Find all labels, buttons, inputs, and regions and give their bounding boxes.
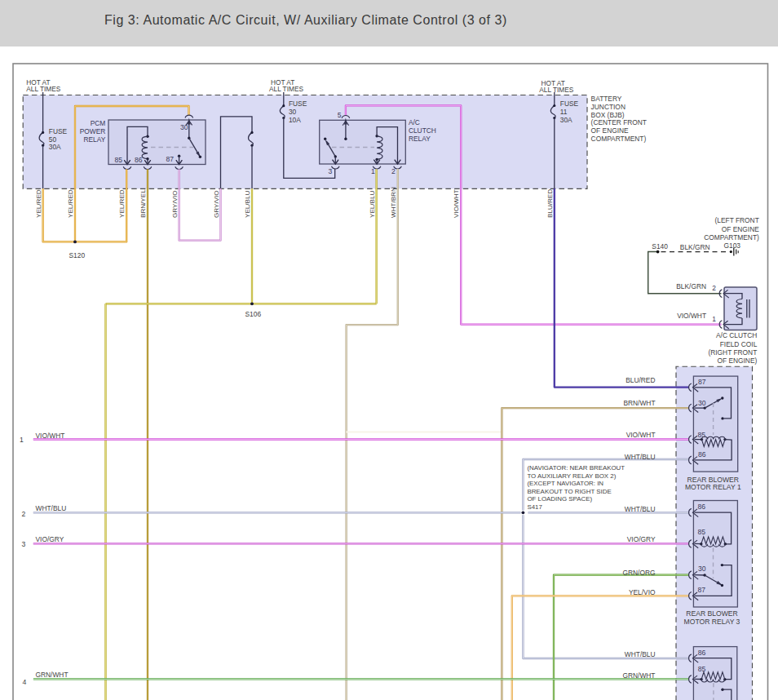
svg-text:G103: G103 xyxy=(724,241,741,250)
svg-text:BLK/GRN: BLK/GRN xyxy=(676,282,706,290)
svg-text:VIO/WHT: VIO/WHT xyxy=(677,312,706,320)
svg-text:VIO/GRY: VIO/GRY xyxy=(36,535,64,543)
svg-text:S417: S417 xyxy=(527,503,542,511)
svg-text:VIO/WHT: VIO/WHT xyxy=(453,189,460,218)
svg-text:GRY/VIO: GRY/VIO xyxy=(213,190,220,218)
svg-text:WHT/BLU: WHT/BLU xyxy=(625,453,656,461)
svg-text:JUNCTION: JUNCTION xyxy=(591,103,625,111)
svg-text:COMPARTMENT): COMPARTMENT) xyxy=(591,135,647,143)
svg-text:GRY/VIO: GRY/VIO xyxy=(171,190,179,218)
svg-text:S120: S120 xyxy=(69,251,86,259)
svg-text:MOTOR RELAY 3: MOTOR RELAY 3 xyxy=(684,618,740,626)
svg-text:(EXCEPT NAVIGATOR: IN: (EXCEPT NAVIGATOR: IN xyxy=(527,480,603,487)
svg-text:BRN/WHT: BRN/WHT xyxy=(623,399,655,407)
svg-text:WHT/BLU: WHT/BLU xyxy=(36,504,67,512)
svg-text:30: 30 xyxy=(289,108,297,116)
svg-text:OF ENGINE): OF ENGINE) xyxy=(717,357,757,365)
svg-text:ALL TIMES: ALL TIMES xyxy=(269,85,303,93)
svg-text:RELAY: RELAY xyxy=(409,135,431,143)
svg-text:GRN/WHT: GRN/WHT xyxy=(622,671,655,680)
svg-text:86: 86 xyxy=(135,156,143,164)
svg-text:30: 30 xyxy=(698,565,706,573)
svg-text:WHT/BLU: WHT/BLU xyxy=(625,505,656,513)
svg-text:1: 1 xyxy=(712,315,716,323)
svg-text:GRN/WHT: GRN/WHT xyxy=(36,671,69,679)
svg-text:11: 11 xyxy=(560,108,568,116)
svg-text:OF ENGINE: OF ENGINE xyxy=(591,126,629,135)
svg-text:COMPARTMENT): COMPARTMENT) xyxy=(704,233,759,241)
svg-text:FUSE: FUSE xyxy=(49,127,68,135)
svg-text:YEL/RED: YEL/RED xyxy=(67,189,74,218)
svg-text:86: 86 xyxy=(698,503,706,511)
svg-text:FIELD COIL: FIELD COIL xyxy=(720,340,758,348)
svg-text:PCM: PCM xyxy=(91,119,106,127)
svg-text:TO AUXILIARY RELAY BOX 2): TO AUXILIARY RELAY BOX 2) xyxy=(527,472,616,480)
svg-text:Fig 3: Automatic A/C Circuit,: Fig 3: Automatic A/C Circuit, W/ Auxilia… xyxy=(104,13,507,27)
svg-text:85: 85 xyxy=(698,665,706,673)
svg-text:YEL/BLU: YEL/BLU xyxy=(244,191,251,218)
svg-text:86: 86 xyxy=(698,450,706,459)
svg-text:30: 30 xyxy=(698,399,706,407)
svg-text:3: 3 xyxy=(22,540,26,548)
svg-text:MOTOR RELAY 1: MOTOR RELAY 1 xyxy=(685,483,741,491)
svg-text:S106: S106 xyxy=(245,310,262,318)
svg-text:FUSE: FUSE xyxy=(560,100,579,108)
svg-text:30A: 30A xyxy=(49,143,61,151)
svg-text:BRN/YEL: BRN/YEL xyxy=(139,189,147,218)
svg-text:85: 85 xyxy=(698,431,706,439)
svg-text:30A: 30A xyxy=(560,116,572,124)
svg-text:WHT/BRN: WHT/BRN xyxy=(390,187,397,218)
svg-text:1: 1 xyxy=(20,436,24,444)
svg-text:CLUTCH: CLUTCH xyxy=(409,126,436,135)
svg-text:BLK/GRN: BLK/GRN xyxy=(680,243,710,251)
svg-text:WHT/BLU: WHT/BLU xyxy=(625,650,656,658)
svg-text:85: 85 xyxy=(114,156,122,164)
svg-text:(CENTER FRONT: (CENTER FRONT xyxy=(591,118,647,126)
svg-text:BLU/RED: BLU/RED xyxy=(546,189,554,218)
svg-text:GRN/ORG: GRN/ORG xyxy=(622,569,655,577)
svg-text:VIO/WHT: VIO/WHT xyxy=(36,432,65,440)
svg-text:YEL/RED: YEL/RED xyxy=(118,189,126,218)
svg-text:POWER: POWER xyxy=(80,127,106,135)
svg-text:30: 30 xyxy=(180,123,188,131)
svg-text:REAR BLOWER: REAR BLOWER xyxy=(686,609,738,618)
svg-text:10A: 10A xyxy=(289,116,301,124)
svg-text:YEL/RED: YEL/RED xyxy=(35,189,42,218)
svg-text:FUSE: FUSE xyxy=(289,100,307,108)
svg-text:2: 2 xyxy=(391,167,396,175)
svg-text:87: 87 xyxy=(698,378,706,386)
svg-text:86: 86 xyxy=(698,649,706,657)
svg-text:(NAVIGATOR: NEAR BREAKOUT: (NAVIGATOR: NEAR BREAKOUT xyxy=(527,464,625,472)
svg-text:2: 2 xyxy=(22,510,26,518)
svg-text:A/C CLUTCH: A/C CLUTCH xyxy=(716,331,757,339)
svg-text:BOX (BJB): BOX (BJB) xyxy=(591,111,625,119)
svg-text:(LEFT FRONT: (LEFT FRONT xyxy=(715,216,759,224)
svg-text:BATTERY: BATTERY xyxy=(591,95,622,103)
svg-text:1: 1 xyxy=(371,167,375,175)
svg-text:BREAKOUT TO RIGHT SIDE: BREAKOUT TO RIGHT SIDE xyxy=(527,488,611,495)
svg-text:3: 3 xyxy=(329,167,333,175)
svg-text:S140: S140 xyxy=(652,242,668,250)
svg-text:OF ENGINE: OF ENGINE xyxy=(722,225,759,233)
svg-text:2: 2 xyxy=(712,284,716,292)
svg-text:BLU/RED: BLU/RED xyxy=(625,376,655,384)
svg-text:50: 50 xyxy=(49,135,57,144)
svg-text:85: 85 xyxy=(698,528,706,536)
svg-text:A/C: A/C xyxy=(409,118,420,126)
svg-text:VIO/WHT: VIO/WHT xyxy=(626,431,656,439)
svg-text:5: 5 xyxy=(338,111,342,119)
svg-text:87: 87 xyxy=(166,155,174,163)
svg-text:4: 4 xyxy=(23,678,27,686)
svg-text:YEL/BLU: YEL/BLU xyxy=(369,191,376,218)
svg-text:ALL TIMES: ALL TIMES xyxy=(26,85,60,93)
svg-text:YEL/VIO: YEL/VIO xyxy=(629,588,656,596)
svg-text:(RIGHT FRONT: (RIGHT FRONT xyxy=(708,348,757,357)
svg-text:VIO/GRY: VIO/GRY xyxy=(627,535,656,543)
svg-text:87: 87 xyxy=(698,586,706,594)
svg-text:OF LOADING SPACE): OF LOADING SPACE) xyxy=(527,495,592,503)
svg-text:ALL TIMES: ALL TIMES xyxy=(539,86,573,94)
svg-text:RELAY: RELAY xyxy=(83,135,105,144)
